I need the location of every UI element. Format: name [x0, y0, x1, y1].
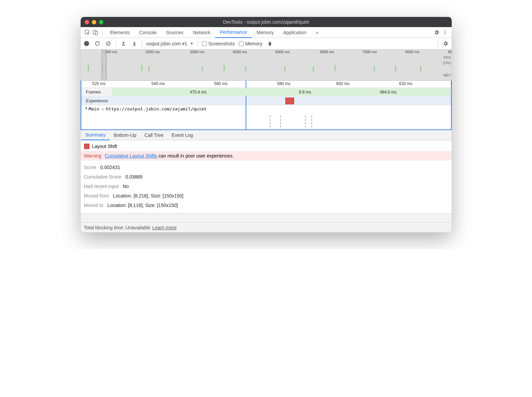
overview-tick: 7000 ms — [363, 50, 377, 54]
frames-row: Frames 470.4 ms8.9 ms484.6 ms — [81, 87, 451, 96]
fps-bar — [141, 65, 142, 71]
stat-key: Had recent input — [84, 184, 119, 189]
tab-call-tree[interactable]: Call Tree — [140, 130, 167, 140]
stat-row: Cumulative Score0.03889 — [84, 172, 448, 182]
cls-link[interactable]: Cumulative Layout Shifts — [105, 153, 157, 159]
svg-point-4 — [444, 32, 445, 33]
memory-input[interactable] — [239, 41, 244, 46]
device-toggle-icon[interactable] — [91, 30, 100, 35]
svg-line-7 — [107, 42, 110, 45]
stat-key: Score — [84, 165, 97, 170]
flamechart-ruler: 520 ms540 ms560 ms580 ms600 ms620 ms640 — [81, 81, 451, 87]
tab-sources[interactable]: Sources — [161, 27, 188, 38]
overview-tick: 5000 ms — [275, 50, 289, 54]
traffic-light-buttons — [81, 20, 103, 24]
overview-tick: 3000 ms — [190, 50, 204, 54]
recording-selector[interactable]: output.jsbin.com #1 ▼ — [146, 41, 193, 46]
trash-icon[interactable] — [266, 40, 273, 47]
fps-bar — [420, 66, 421, 71]
tabs-overflow[interactable]: » — [311, 27, 323, 38]
screenshots-checkbox[interactable]: Screenshots — [202, 41, 235, 46]
memory-checkbox[interactable]: Memory — [239, 41, 263, 46]
minimize-button[interactable] — [92, 20, 96, 24]
tab-performance[interactable]: Performance — [215, 27, 252, 38]
fps-bar — [313, 66, 314, 71]
stat-row: Had recent inputNo — [84, 182, 448, 191]
separator — [116, 41, 116, 47]
stat-row: Moved toLocation: [8,116], Size: [150x15… — [84, 201, 448, 210]
clear-icon[interactable] — [105, 40, 112, 47]
frames-content[interactable]: 470.4 ms8.9 ms484.6 ms — [112, 88, 451, 96]
experience-label: Experience — [81, 98, 112, 103]
settings-icon[interactable] — [433, 29, 441, 35]
tab-application[interactable]: Application — [279, 27, 311, 38]
overview-tick: 8000 ms — [405, 50, 420, 54]
maximize-button[interactable] — [99, 20, 103, 24]
summary-title-row: Layout Shift — [84, 143, 448, 151]
overview-selection-handle[interactable] — [102, 49, 106, 80]
overview-tick: 6000 ms — [320, 50, 334, 54]
layout-shift-block[interactable] — [285, 98, 294, 104]
svg-rect-8 — [122, 45, 125, 45]
ruler-tick: 540 ms — [151, 81, 165, 86]
tab-elements[interactable]: Elements — [105, 27, 135, 38]
ruler-tick: 580 ms — [277, 81, 290, 86]
kebab-menu-icon[interactable] — [441, 30, 449, 35]
capture-settings-icon[interactable] — [442, 40, 449, 47]
record-button[interactable] — [83, 40, 90, 47]
layout-shift-swatch — [84, 144, 89, 149]
overview-tick: 90 — [448, 50, 452, 54]
tab-event-log[interactable]: Event Log — [167, 130, 197, 140]
stat-key: Moved to — [84, 203, 104, 208]
download-icon[interactable] — [131, 40, 138, 47]
overview-ruler: 1000 ms2000 ms3000 ms4000 ms5000 ms6000 … — [81, 49, 452, 55]
reload-icon[interactable] — [94, 40, 101, 47]
experience-content[interactable] — [112, 97, 451, 105]
stat-value: Location: [8,216], Size: [150x150] — [113, 193, 183, 198]
separator — [438, 41, 438, 47]
svg-point-3 — [444, 30, 445, 32]
fps-bar — [245, 67, 246, 71]
learn-more-link[interactable]: Learn more — [152, 225, 177, 230]
fps-bar — [202, 67, 203, 71]
tab-memory[interactable]: Memory — [252, 27, 279, 38]
memory-label: Memory — [245, 41, 263, 46]
tbt-label: Total blocking time: Unavailable — [84, 225, 150, 230]
fps-bar — [88, 65, 89, 71]
main-label[interactable]: ▼ Main — https://output.jsbin.com/zajami… — [81, 105, 451, 111]
fps-label: FPS — [443, 55, 451, 60]
overview-panel[interactable]: 1000 ms2000 ms3000 ms4000 ms5000 ms6000 … — [81, 49, 452, 81]
upload-icon[interactable] — [120, 40, 127, 47]
warning-label: Warning — [84, 153, 102, 159]
main-url: https://output.jsbin.com/zajamil/quiet — [106, 106, 207, 111]
screenshots-input[interactable] — [202, 41, 207, 46]
tab-bottom-up[interactable]: Bottom-Up — [109, 130, 140, 140]
overview-tick: 4000 ms — [232, 50, 247, 54]
warning-text: can result in poor user experiences. — [157, 153, 234, 159]
tbt-bar: Total blocking time: Unavailable Learn m… — [81, 222, 452, 232]
frame-block[interactable]: 8.9 ms — [285, 88, 325, 96]
stat-value: Location: [8,116], Size: [150x150] — [107, 203, 178, 208]
tab-summary[interactable]: Summary — [81, 130, 110, 140]
overview-fps-bars — [81, 63, 438, 71]
stat-value: No — [123, 184, 129, 189]
ruler-tick: 560 ms — [214, 81, 227, 86]
fps-bar — [284, 66, 285, 71]
stat-value: 0.002431 — [100, 165, 120, 170]
main-prefix: Main — — [89, 106, 105, 111]
warning-row: Warning Cumulative Layout Shifts can res… — [81, 151, 452, 161]
tab-console[interactable]: Console — [135, 27, 161, 38]
tab-network[interactable]: Network — [188, 27, 215, 38]
summary-panel: Layout Shift Warning Cumulative Layout S… — [81, 140, 452, 213]
overview-track-labels: FPS CPU NET — [443, 55, 451, 78]
flamechart-panel[interactable]: 520 ms540 ms560 ms580 ms600 ms620 ms640 … — [81, 81, 452, 130]
devtools-window: DevTools - output.jsbin.com/zajamil/quie… — [81, 17, 452, 232]
frame-block[interactable]: 470.4 ms — [112, 88, 285, 96]
disclosure-triangle-icon[interactable]: ▼ — [85, 106, 87, 110]
main-flame-area[interactable] — [81, 111, 451, 128]
inspect-icon[interactable] — [83, 30, 91, 35]
frame-block[interactable]: 484.6 ms — [325, 88, 451, 96]
separator — [142, 41, 142, 47]
stat-row: Score0.002431 — [84, 163, 448, 172]
close-button[interactable] — [85, 20, 89, 24]
